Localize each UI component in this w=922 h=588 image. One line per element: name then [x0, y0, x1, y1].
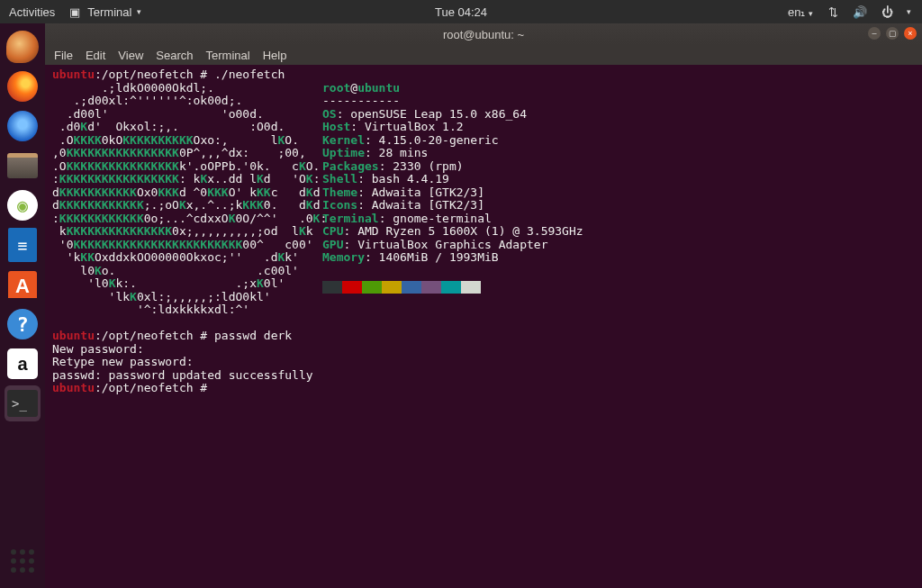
dock-firefox[interactable] — [5, 68, 41, 104]
power-icon[interactable]: ⏻ — [880, 5, 894, 19]
dock-rhythmbox[interactable]: ◉ — [5, 187, 41, 223]
terminal-viewport[interactable]: ubuntu:/opt/neofetch # ./neofetch .;ldkO… — [45, 65, 922, 588]
menu-terminal[interactable]: Terminal — [206, 49, 250, 62]
dock-ubuntu-software[interactable] — [5, 267, 41, 303]
terminal-window: root@ubuntu: ~ – ▢ × File Edit View Sear… — [45, 23, 922, 588]
system-menu-chevron-icon[interactable]: ▾ — [907, 7, 911, 16]
menu-edit[interactable]: Edit — [86, 49, 105, 62]
menu-search[interactable]: Search — [156, 49, 193, 62]
input-source-indicator[interactable]: en₁ ▾ — [788, 5, 813, 19]
activities-button[interactable]: Activities — [9, 5, 55, 19]
clock[interactable]: Tue 04:24 — [435, 5, 487, 19]
app-menu-label: Terminal — [87, 5, 131, 19]
volume-icon[interactable]: 🔊 — [853, 5, 867, 19]
terminal-menubar: File Edit View Search Terminal Help — [45, 45, 922, 65]
window-title: root@ubuntu: ~ — [443, 28, 524, 41]
dock-thunderbird[interactable] — [5, 108, 41, 144]
menu-view[interactable]: View — [118, 49, 143, 62]
window-titlebar[interactable]: root@ubuntu: ~ – ▢ × — [45, 23, 922, 45]
ubuntu-dock: ◉ ≡ ? a >_ — [0, 23, 45, 588]
menu-file[interactable]: File — [54, 49, 73, 62]
app-menu[interactable]: ▣ Terminal ▾ — [68, 5, 141, 19]
terminal-indicator-icon: ▣ — [68, 5, 82, 19]
chevron-down-icon: ▾ — [137, 7, 141, 16]
dock-help[interactable]: ? — [5, 306, 41, 342]
network-icon[interactable]: ⇅ — [826, 5, 840, 19]
dock-files[interactable] — [5, 148, 41, 184]
dock-terminal[interactable]: >_ — [5, 385, 41, 421]
dock-search-swirl[interactable] — [5, 29, 41, 65]
dock-amazon[interactable]: a — [5, 346, 41, 382]
dock-libreoffice-writer[interactable]: ≡ — [5, 227, 41, 263]
window-minimize-button[interactable]: – — [868, 27, 881, 40]
window-maximize-button[interactable]: ▢ — [886, 27, 899, 40]
gnome-top-panel: Activities ▣ Terminal ▾ Tue 04:24 en₁ ▾ … — [0, 0, 922, 23]
menu-help[interactable]: Help — [263, 49, 287, 62]
window-close-button[interactable]: × — [904, 27, 917, 40]
show-applications-button[interactable] — [5, 543, 41, 579]
